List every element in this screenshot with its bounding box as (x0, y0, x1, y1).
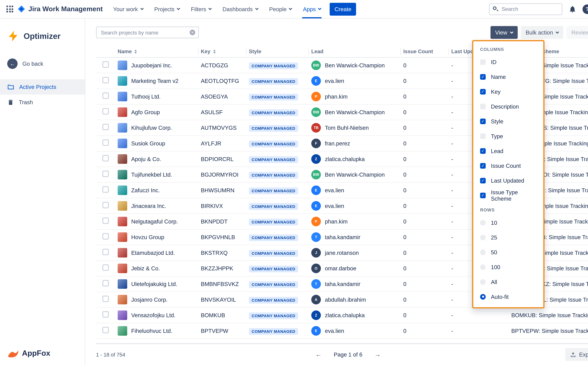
project-name[interactable]: Josjanro Corp. (131, 296, 168, 303)
help-icon[interactable]: ? (582, 4, 588, 14)
project-name[interactable]: Tujifunekbel Ltd. (131, 171, 172, 178)
project-search-input[interactable] (96, 27, 199, 38)
go-back-button[interactable]: ← Go back (0, 58, 85, 69)
row-checkbox[interactable] (102, 264, 109, 271)
project-name[interactable]: Juupobejani Inc. (131, 62, 172, 68)
nav-dashboards[interactable]: Dashboards (223, 0, 258, 18)
export-icon (570, 351, 576, 358)
project-name[interactable]: Susiok Group (131, 140, 165, 147)
rows-option-100[interactable]: 100 (473, 260, 543, 274)
row-checkbox[interactable] (102, 280, 109, 286)
jira-brand[interactable]: Jira Work Management (17, 5, 103, 13)
column-option-last-updated[interactable]: Last Updated (473, 173, 543, 188)
column-option-description[interactable]: Description (473, 99, 543, 114)
row-checkbox[interactable] (102, 124, 109, 130)
row-checkbox[interactable] (102, 92, 109, 99)
row-checkbox[interactable] (102, 218, 109, 224)
row-checkbox[interactable] (102, 77, 109, 83)
row-checkbox[interactable] (102, 139, 109, 146)
prev-page-icon[interactable]: ← (315, 351, 322, 358)
sidebar-item-active-projects[interactable]: Active Projects (0, 79, 85, 95)
export-button[interactable]: Export (565, 348, 588, 361)
header-style[interactable]: Style (249, 46, 311, 57)
project-name[interactable]: Marketing Team v2 (131, 78, 178, 84)
nav-label: Your work (113, 6, 138, 12)
header-lead[interactable]: Lead (311, 46, 403, 57)
column-option-lead[interactable]: Lead (473, 143, 543, 158)
project-name[interactable]: Apoju & Co. (131, 156, 161, 162)
row-checkbox[interactable] (102, 249, 109, 255)
column-option-key[interactable]: Key (473, 84, 543, 99)
column-option-issue-type-scheme[interactable]: Issue Type Scheme (473, 188, 543, 203)
lead-name: eva.lien (325, 78, 344, 84)
header-name[interactable]: Name (118, 46, 201, 57)
issue-type-scheme: BOMKUB: Simple Issue Tracking Issue Type… (511, 312, 588, 318)
style-badge: COMPANY MANAGED (249, 328, 298, 335)
column-option-name[interactable]: Name (473, 69, 543, 84)
next-page-icon[interactable]: → (374, 351, 381, 358)
project-name[interactable]: Etamubazjod Ltd. (131, 250, 175, 256)
project-name[interactable]: Zafuczi Inc. (131, 187, 160, 193)
project-name[interactable]: Fiheluohvuc Ltd. (131, 328, 172, 334)
global-search-input[interactable] (489, 3, 562, 15)
view-dropdown-button[interactable]: View (490, 26, 518, 39)
issue-count: 0 (403, 218, 451, 225)
review-changes-button[interactable]: Review changes (567, 26, 588, 39)
issue-count: 0 (403, 125, 451, 131)
sidebar-item-label: Trash (19, 99, 33, 105)
rows-option-10[interactable]: 10 (473, 215, 543, 230)
clear-search-icon[interactable]: ✕ (190, 30, 195, 35)
issue-count: 0 (403, 312, 451, 318)
lead-avatar: P (311, 217, 321, 226)
row-checkbox[interactable] (102, 233, 109, 239)
lead-avatar: BW (311, 170, 321, 179)
rows-option-50[interactable]: 50 (473, 245, 543, 260)
nav-filters[interactable]: Filters (191, 0, 211, 18)
notifications-icon[interactable] (568, 4, 577, 14)
project-name[interactable]: Uletefojakukig Ltd. (131, 281, 177, 287)
row-checkbox[interactable] (102, 311, 109, 317)
header-key[interactable]: Key (201, 46, 249, 57)
row-checkbox[interactable] (102, 171, 109, 177)
column-option-id[interactable]: ID (473, 55, 543, 69)
project-name[interactable]: Nelgutagaful Corp. (131, 218, 178, 225)
row-checkbox[interactable] (102, 202, 109, 208)
nav-projects[interactable]: Projects (154, 0, 180, 18)
row-checkbox[interactable] (102, 108, 109, 115)
column-option-style[interactable]: Style (473, 114, 543, 129)
row-checkbox[interactable] (102, 327, 109, 333)
row-checkbox[interactable] (102, 296, 109, 302)
app-switcher-icon[interactable] (6, 6, 13, 13)
project-name[interactable]: Kihujlufuw Corp. (131, 125, 172, 131)
appfox-logo-icon (7, 348, 19, 358)
header-issue-count[interactable]: Issue Count (403, 46, 451, 57)
style-badge: COMPANY MANAGED (249, 234, 298, 241)
bulk-action-dropdown-button[interactable]: Bulk action (521, 26, 563, 39)
lead-avatar: A (311, 295, 321, 304)
project-key: BHWSUMRN (201, 187, 249, 193)
rows-option-all[interactable]: All (473, 274, 543, 289)
row-checkbox[interactable] (102, 61, 109, 68)
project-name[interactable]: Jinaceara Inc. (131, 203, 166, 209)
row-checkbox[interactable] (102, 186, 109, 193)
row-checkbox[interactable] (102, 155, 109, 161)
column-option-label: Last Updated (491, 177, 524, 183)
project-name[interactable]: Vensazofojku Ltd. (131, 312, 176, 318)
project-key: BPTVEPW (201, 328, 249, 334)
project-name[interactable]: Hovzu Group (131, 234, 164, 240)
project-name[interactable]: Agfo Group (131, 109, 160, 115)
column-option-type[interactable]: Type (473, 129, 543, 143)
nav-label: People (269, 6, 287, 12)
project-name[interactable]: Tuthooj Ltd. (131, 93, 161, 100)
create-button[interactable]: Create (330, 3, 356, 15)
sidebar-item-trash[interactable]: Trash (0, 95, 85, 110)
nav-apps[interactable]: Apps (303, 0, 321, 18)
rows-option-auto-fit[interactable]: Auto-fit (473, 289, 543, 304)
project-name[interactable]: Jebiz & Co. (131, 265, 160, 272)
nav-people[interactable]: People (269, 0, 292, 18)
rows-option-25[interactable]: 25 (473, 230, 543, 245)
column-option-issue-count[interactable]: Issue Count (473, 158, 543, 173)
style-badge: COMPANY MANAGED (249, 109, 298, 116)
project-avatar (118, 123, 127, 133)
nav-your-work[interactable]: Your work (113, 0, 143, 18)
